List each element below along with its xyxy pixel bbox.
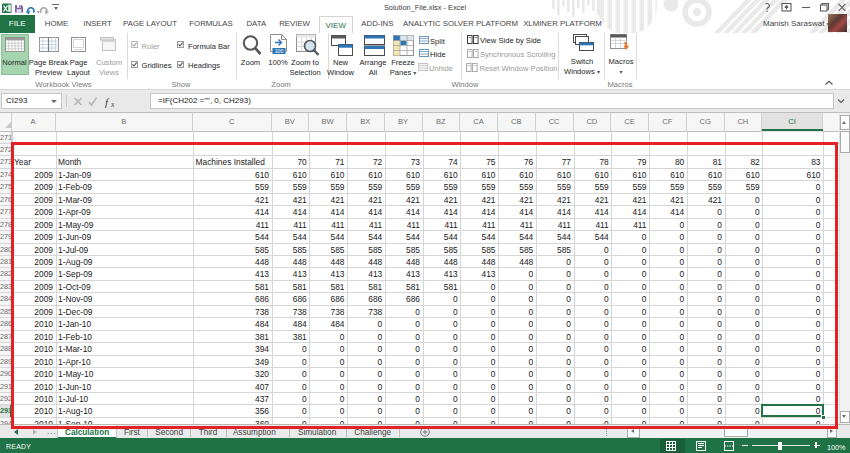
svg-text:100: 100 [275,48,284,54]
svg-text:f: f [105,96,110,108]
svg-text:x: x [110,100,115,108]
